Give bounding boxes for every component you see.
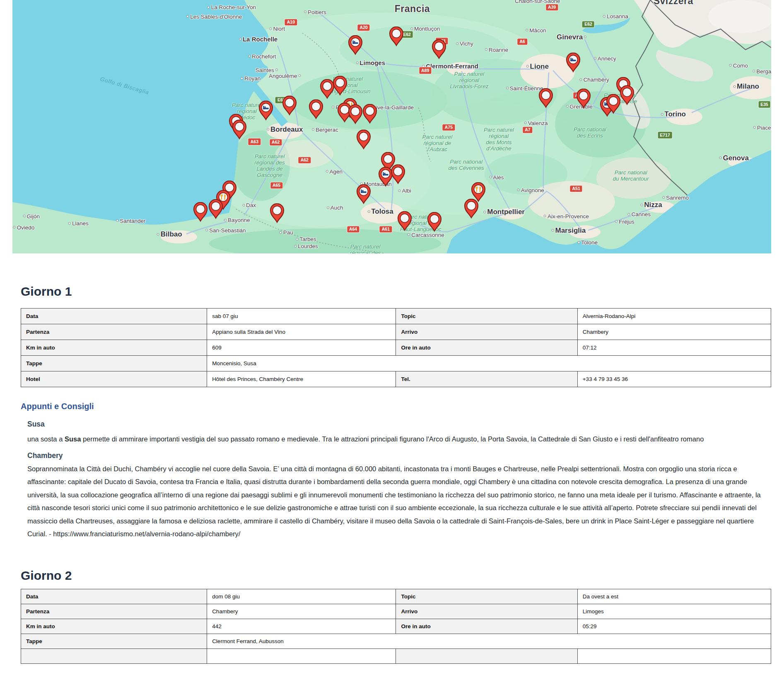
map-city-label: Vichy <box>456 41 473 47</box>
table-field-value: sab 07 giu <box>207 309 396 324</box>
map-city-label: Gijón <box>23 213 40 219</box>
table-field-label: Data <box>21 589 207 604</box>
hotel-pin-icon[interactable] <box>356 184 371 204</box>
map-city-label: Cannes <box>627 211 651 217</box>
city-dot-icon <box>410 27 413 30</box>
day2-table: Datadom 08 giuTopicDa ovest a estPartenz… <box>21 589 771 664</box>
map-city-label: Roanne <box>485 46 508 53</box>
map-city-label: Annecy <box>594 55 616 61</box>
city-dot-icon <box>294 245 297 247</box>
table-field-label <box>396 648 577 663</box>
location-pin-icon[interactable] <box>619 85 635 105</box>
city-dot-icon <box>270 27 272 30</box>
map-city-label: Tolone <box>577 239 598 246</box>
city-dot-icon <box>719 157 722 159</box>
map-city-label: Bayonne <box>224 217 250 223</box>
hotel-pin-icon[interactable] <box>258 101 274 121</box>
hotel-pin-icon[interactable] <box>347 35 363 55</box>
city-dot-icon <box>116 219 118 222</box>
map-city-label: Les Sables-d'Olonne <box>186 13 242 19</box>
city-dot-icon <box>577 241 580 243</box>
location-pin-icon[interactable] <box>463 199 479 219</box>
table-field-value: Limoges <box>577 604 771 619</box>
table-field-value: +33 4 79 33 45 36 <box>577 371 771 387</box>
road-badge-e35: E35 <box>758 101 771 108</box>
road-badge-a63: A63 <box>248 138 261 145</box>
map-city-label: Nizza <box>640 201 662 209</box>
location-pin-icon[interactable] <box>538 88 554 108</box>
location-pin-icon[interactable] <box>431 39 447 59</box>
table-field-value: Alvernia-Rodano-Alpi <box>577 309 771 324</box>
table-field-label: Hotel <box>21 371 207 387</box>
road-badge-a62: A62 <box>269 139 282 146</box>
table-field-label: Tappe <box>21 634 207 648</box>
map-city-label: Bordeaux <box>267 125 303 134</box>
map-city-label: Francia <box>395 3 430 14</box>
city-dot-icon <box>68 222 71 224</box>
table-field-value: 609 <box>207 340 396 356</box>
location-pin-icon[interactable] <box>356 130 371 149</box>
location-pin-icon[interactable] <box>308 99 324 119</box>
city-dot-icon <box>248 55 251 58</box>
city-dot-icon <box>584 36 586 38</box>
location-pin-icon[interactable] <box>282 96 297 116</box>
city-dot-icon <box>241 77 243 80</box>
map-city-label: Pau <box>280 229 293 236</box>
location-pin-icon[interactable] <box>332 76 348 96</box>
table-field-label: Arrivo <box>396 604 577 619</box>
map-city-label: Montluçon <box>410 26 440 32</box>
location-pin-icon[interactable] <box>397 211 413 231</box>
map-city-label: Santander <box>116 218 145 224</box>
location-pin-icon[interactable] <box>390 164 406 184</box>
map-park-label: Parc nationaldu Mercantour <box>613 169 649 182</box>
location-pin-icon[interactable] <box>427 212 442 232</box>
city-dot-icon <box>485 48 487 51</box>
map-city-label: Lione <box>526 63 549 71</box>
road-badge-a10: A10 <box>285 19 297 26</box>
map-city-label: Losanna <box>603 13 628 19</box>
map-city-label: Mâcon <box>526 27 546 33</box>
city-dot-icon <box>661 113 663 116</box>
map-city-label: Valenza <box>524 120 548 126</box>
table-field-label: Topic <box>396 589 577 604</box>
road-badge-a51: A51 <box>570 185 583 193</box>
table-field-value <box>207 648 396 663</box>
map-city-label: Avignone <box>517 187 544 193</box>
road-badge-e62: E62 <box>582 21 595 28</box>
location-pin-icon[interactable] <box>362 104 378 123</box>
map-city-label: Fréjus <box>615 218 634 224</box>
location-pin-icon[interactable] <box>347 104 363 124</box>
city-dot-icon <box>524 122 527 124</box>
hotel-pin-icon[interactable] <box>565 53 581 72</box>
map-city-label: Milano <box>733 82 759 91</box>
location-pin-icon[interactable] <box>388 27 404 46</box>
day1-table: Datasab 07 giuTopicAlvernia-Rodano-AlpiP… <box>21 308 771 387</box>
city-dot-icon <box>224 219 227 221</box>
map-city-label: Como <box>729 62 748 68</box>
location-pin-icon[interactable] <box>193 202 208 222</box>
road-badge-a7: A7 <box>522 126 533 134</box>
location-pin-icon[interactable] <box>269 203 285 223</box>
location-pin-icon[interactable] <box>208 199 224 219</box>
city-dot-icon <box>332 106 334 108</box>
susa-text-bold: Susa <box>65 435 81 443</box>
table-field-value: dom 08 giu <box>207 589 396 604</box>
city-dot-icon <box>580 78 582 81</box>
map-city-label: Agen <box>326 168 343 174</box>
notes-susa-paragraph: una sosta a Susa permette di ammirare im… <box>27 433 768 446</box>
map-park-label: Parc naturelrégional desLandes deGascogn… <box>254 153 285 178</box>
city-dot-icon <box>312 128 314 131</box>
city-dot-icon <box>157 233 159 236</box>
table-row: TappeMoncenisio, Susa <box>21 356 771 371</box>
susa-text-post: permette di ammirare importanti vestigia… <box>81 435 704 443</box>
map-city-label: Genova <box>719 154 749 162</box>
map-city-label: Rochefort <box>248 53 276 59</box>
location-pin-icon[interactable] <box>576 89 591 108</box>
city-dot-icon <box>603 15 605 17</box>
table-field-label: Data <box>21 309 207 324</box>
map-city-label: Royan <box>241 75 261 82</box>
location-pin-icon[interactable] <box>605 94 621 114</box>
location-pin-icon[interactable] <box>232 120 247 140</box>
route-map[interactable]: La Roche-sur-YonLes Sables-d'OlonnePoiti… <box>12 0 771 253</box>
city-dot-icon <box>398 189 400 192</box>
